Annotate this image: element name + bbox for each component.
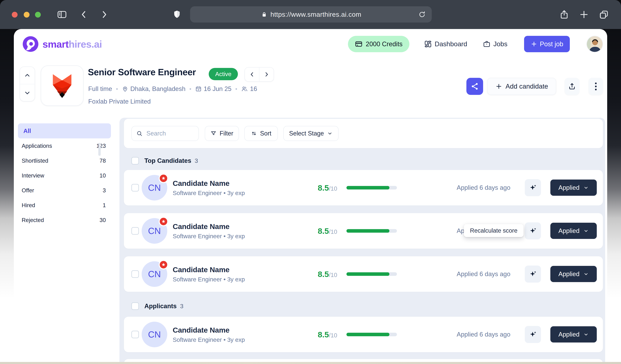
url-text: https://www.smarthires.ai.com — [271, 11, 361, 18]
share-job-button[interactable] — [466, 78, 483, 95]
recalculate-score-button[interactable] — [525, 265, 541, 283]
privacy-shield-icon[interactable] — [172, 10, 182, 19]
chevron-down-icon — [583, 185, 589, 191]
section-checkbox[interactable] — [131, 157, 139, 165]
sidebar-item-all[interactable]: All — [18, 123, 111, 139]
company-logo — [41, 66, 84, 106]
score-progress-bar — [346, 186, 397, 190]
close-window-button[interactable] — [12, 12, 17, 17]
location-pin-icon — [122, 86, 128, 92]
sidebar-item-hired[interactable]: Hired1 — [18, 198, 111, 213]
candidate-checkbox[interactable] — [131, 184, 139, 191]
job-posted-date: 16 Jun 25 — [204, 85, 232, 92]
select-stage-dropdown[interactable]: Select Stage — [283, 126, 339, 141]
job-pager — [244, 67, 274, 82]
candidate-row[interactable]: CN Candidate Name Software Engineer • 3y… — [124, 317, 603, 352]
top-candidate-star-icon — [159, 260, 168, 269]
more-options-button[interactable] — [588, 78, 603, 95]
section-applicants: Applicants 3 — [131, 301, 605, 311]
desktop-background: https://www.smarthires.ai.com smarthires… — [0, 0, 621, 364]
candidate-row[interactable]: CN Candidate Name Software Engineer • 3y… — [124, 213, 603, 249]
applied-date: Applied 6 days ago — [457, 271, 510, 278]
candidate-avatar: CN — [142, 218, 167, 244]
sidebar-item-offer[interactable]: Offer3 — [18, 183, 111, 198]
recalculate-score-button[interactable] — [525, 326, 541, 343]
recalculate-score-tooltip: Recalculate score — [464, 224, 524, 237]
candidate-name: Candidate Name — [173, 265, 245, 274]
zoom-window-button[interactable] — [35, 12, 41, 17]
candidates-toolbar: Filter Sort Select Stage — [124, 119, 603, 148]
filter-button[interactable]: Filter — [205, 126, 239, 141]
brand-wordmark: smarthires.ai — [42, 38, 102, 50]
sidebar-item-rejected[interactable]: Rejected30 — [18, 213, 111, 227]
candidate-row[interactable]: CN Candidate Name Software Engineer • 3y… — [124, 170, 603, 206]
brand-logo[interactable]: smarthires.ai — [22, 35, 102, 52]
nav-dashboard[interactable]: Dashboard — [424, 36, 467, 52]
nav-jobs[interactable]: Jobs — [483, 36, 507, 52]
candidate-checkbox[interactable] — [131, 331, 139, 338]
recalculate-score-button[interactable] — [525, 222, 541, 240]
candidates-panel: Filter Sort Select Stage Top Cand — [120, 118, 605, 364]
dashboard-grid-icon — [424, 40, 432, 48]
section-checkbox[interactable] — [131, 302, 139, 310]
chevron-down-icon — [583, 332, 589, 337]
score-progress-bar — [346, 229, 397, 233]
search-input-wrap[interactable] — [131, 126, 199, 141]
user-avatar[interactable] — [587, 36, 603, 52]
score-progress-bar — [346, 272, 397, 276]
plus-icon — [495, 83, 502, 90]
address-bar[interactable]: https://www.smarthires.ai.com — [190, 6, 432, 22]
candidate-status-dropdown[interactable]: Applied — [550, 326, 597, 343]
sidebar-item-applications[interactable]: Applications123 — [18, 139, 111, 153]
new-tab-icon[interactable] — [579, 9, 589, 20]
candidate-status-dropdown[interactable]: Applied — [550, 223, 597, 239]
export-candidates-button[interactable] — [565, 78, 579, 95]
candidate-row[interactable]: CN Candidate Name Software Engineer • 3y… — [124, 256, 603, 292]
credits-badge[interactable]: 2000 Credits — [348, 36, 409, 52]
job-status-badge: Active — [209, 68, 238, 80]
candidate-name: Candidate Name — [173, 179, 245, 188]
sidebar-toggle-icon[interactable] — [57, 9, 67, 20]
top-candidate-star-icon — [159, 173, 168, 183]
job-switcher-stepper — [20, 67, 35, 101]
post-job-button[interactable]: Post job — [524, 36, 570, 52]
reload-icon[interactable] — [418, 11, 426, 18]
credit-card-icon — [355, 40, 363, 48]
sidebar-item-interview[interactable]: Interview10 — [18, 168, 111, 183]
candidate-score: 8.5/10 — [318, 269, 337, 279]
fox-logo-icon — [49, 72, 76, 99]
search-icon — [136, 130, 143, 137]
candidate-checkbox[interactable] — [131, 270, 139, 278]
recalculate-score-button[interactable] — [525, 179, 541, 196]
tab-overview-icon[interactable] — [599, 9, 609, 20]
applicants-count-icon — [241, 86, 248, 92]
candidate-checkbox[interactable] — [131, 227, 139, 235]
scrollbar-thumb[interactable] — [98, 143, 101, 156]
brand-logo-icon — [22, 35, 39, 52]
job-step-up-button[interactable] — [20, 67, 35, 84]
previous-job-button[interactable] — [245, 68, 259, 81]
job-meta-row: Full time Dhaka, Bangladesh 16 Jun 25 16 — [88, 85, 257, 92]
browser-titlebar: https://www.smarthires.ai.com — [0, 0, 621, 29]
share-page-icon[interactable] — [559, 9, 569, 20]
add-candidate-button[interactable]: Add candidate — [487, 78, 556, 95]
chevron-down-icon — [327, 131, 333, 136]
candidate-avatar: CN — [142, 175, 167, 201]
section-top-candidates: Top Candidates 3 — [131, 156, 605, 166]
candidate-avatar: CN — [142, 322, 167, 347]
candidate-name: Candidate Name — [173, 222, 245, 231]
candidate-status-dropdown[interactable]: Applied — [550, 179, 597, 196]
candidate-subtitle: Software Engineer • 3y exp — [173, 276, 245, 283]
calendar-icon — [195, 86, 202, 92]
forward-button[interactable] — [99, 10, 109, 19]
applied-date: Applied 6 days ago — [457, 331, 510, 338]
search-input[interactable] — [146, 130, 191, 137]
sidebar-item-shortlisted[interactable]: Shortlisted78 — [18, 153, 111, 168]
employment-type: Full time — [88, 85, 112, 92]
next-job-button[interactable] — [259, 68, 274, 81]
job-step-down-button[interactable] — [20, 84, 35, 101]
candidate-status-dropdown[interactable]: Applied — [550, 266, 597, 282]
sort-button[interactable]: Sort — [244, 126, 278, 141]
back-button[interactable] — [79, 10, 89, 19]
minimize-window-button[interactable] — [24, 12, 30, 17]
